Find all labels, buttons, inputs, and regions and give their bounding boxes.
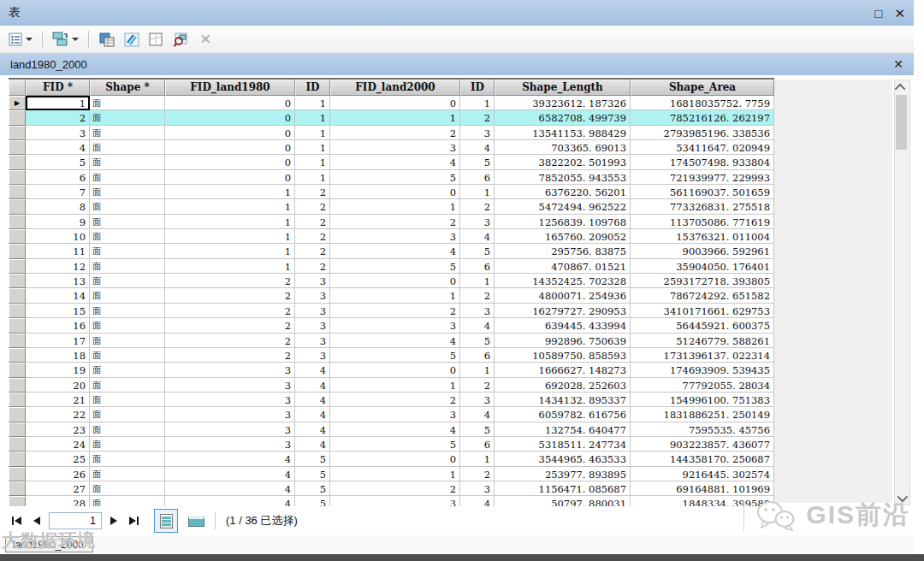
table-cell[interactable]: 14 (26, 288, 90, 303)
table-cell[interactable]: 1 (330, 288, 460, 303)
table-cell[interactable]: 3 (295, 304, 330, 318)
table-cell[interactable]: 295756. 83875 (495, 244, 631, 258)
table-cell[interactable]: 4 (295, 407, 330, 422)
table-cell[interactable]: 1 (295, 96, 330, 110)
first-record-button[interactable] (9, 513, 25, 529)
table-cell[interactable]: 26 (26, 467, 90, 481)
table-cell[interactable]: 9 (26, 215, 90, 229)
table-cell[interactable]: 2593172718. 393805 (631, 274, 774, 288)
row-selector[interactable] (9, 378, 26, 393)
table-cell[interactable]: 785216126. 262197 (631, 110, 774, 125)
table-cell[interactable]: 561169037. 501659 (631, 185, 774, 199)
table-cell[interactable]: 面 (90, 496, 165, 506)
table-cell[interactable]: 10589750. 858593 (495, 348, 631, 363)
row-selector[interactable] (9, 244, 26, 258)
row-selector[interactable] (9, 304, 26, 318)
column-header[interactable]: FID_land1980 (165, 80, 295, 96)
table-cell[interactable]: 0 (330, 452, 460, 466)
row-selector[interactable] (9, 422, 26, 437)
table-cell[interactable]: 6059782. 616756 (495, 407, 631, 422)
column-header[interactable]: Shape * (90, 80, 165, 96)
table-cell[interactable]: 2 (165, 304, 295, 318)
table-cell[interactable]: 面 (90, 96, 165, 110)
table-cell[interactable]: 3 (460, 126, 495, 140)
table-row[interactable]: 12面1256470867. 0152135904050. 176401 (9, 259, 774, 274)
table-cell[interactable]: 39323612. 187326 (495, 96, 631, 110)
table-cell[interactable]: 53411647. 020949 (631, 140, 774, 155)
table-cell[interactable]: 2 (295, 244, 330, 258)
table-cell[interactable]: 1 (330, 110, 460, 125)
table-cell[interactable]: 0 (330, 96, 460, 110)
table-cell[interactable]: 3 (460, 304, 495, 318)
table-cell[interactable]: 4 (165, 481, 295, 496)
table-cell[interactable]: 903223857. 436077 (631, 437, 774, 452)
close-icon[interactable]: ✕ (894, 7, 905, 20)
table-cell[interactable]: 4 (330, 155, 460, 169)
table-cell[interactable]: 3 (330, 318, 460, 333)
table-cell[interactable]: 面 (90, 126, 165, 140)
row-selector[interactable]: ▶ (9, 96, 26, 110)
tab-close-icon[interactable]: ✕ (893, 57, 903, 71)
table-cell[interactable]: 20 (26, 378, 90, 393)
table-row[interactable]: 4面0134703365. 6901353411647. 020949 (9, 140, 774, 155)
table-cell[interactable]: 6 (460, 437, 495, 452)
table-cell[interactable]: 12 (26, 259, 90, 274)
select-by-attributes-button[interactable] (97, 30, 117, 50)
row-selector[interactable] (9, 496, 26, 506)
table-cell[interactable]: 1 (165, 259, 295, 274)
table-cell[interactable]: 1831886251. 250149 (631, 407, 774, 422)
table-cell[interactable]: 4 (295, 422, 330, 437)
table-row[interactable]: 2面01126582708. 499739785216126. 262197 (9, 110, 774, 125)
table-cell[interactable]: 1 (330, 467, 460, 481)
table-cell[interactable]: 773326831. 275518 (631, 199, 774, 214)
table-cell[interactable]: 5 (330, 437, 460, 452)
table-cell[interactable]: 3 (295, 348, 330, 363)
table-cell[interactable]: 1 (295, 126, 330, 140)
row-selector[interactable] (9, 215, 26, 229)
table-cell[interactable]: 面 (90, 422, 165, 437)
table-cell[interactable]: 4 (295, 378, 330, 393)
table-cell[interactable]: 5472494. 962522 (495, 199, 631, 214)
table-row[interactable]: 3面012313541153. 9884292793985196. 338536 (9, 126, 774, 140)
table-cell[interactable]: 11 (26, 244, 90, 258)
table-cell[interactable]: 4 (460, 318, 495, 333)
table-cell[interactable]: 面 (90, 481, 165, 496)
last-record-button[interactable] (126, 513, 142, 529)
table-row[interactable]: 11面1245295756. 838759003966. 592961 (9, 244, 774, 258)
table-cell[interactable]: 5 (330, 170, 460, 185)
table-cell[interactable]: 面 (90, 274, 165, 288)
table-cell[interactable]: 1 (460, 274, 495, 288)
table-cell[interactable]: 面 (90, 110, 165, 125)
row-selector[interactable] (9, 155, 26, 169)
row-selector[interactable] (9, 274, 26, 288)
table-cell[interactable]: 4 (295, 363, 330, 377)
table-cell[interactable]: 4 (330, 334, 460, 348)
row-selector[interactable] (9, 334, 26, 348)
row-selector[interactable] (9, 452, 26, 466)
table-cell[interactable]: 面 (90, 199, 165, 214)
table-cell[interactable]: 992896. 750639 (495, 334, 631, 348)
previous-record-button[interactable] (30, 513, 44, 529)
table-cell[interactable]: 1 (165, 229, 295, 244)
table-cell[interactable]: 5 (295, 496, 330, 506)
table-cell[interactable]: 面 (90, 393, 165, 407)
table-cell[interactable]: 面 (90, 304, 165, 318)
table-cell[interactable]: 面 (90, 378, 165, 393)
table-cell[interactable]: 3 (460, 481, 495, 496)
table-cell[interactable]: 面 (90, 288, 165, 303)
table-row[interactable]: 6面01567852055. 943553721939977. 229993 (9, 170, 774, 185)
table-cell[interactable]: 3 (295, 334, 330, 348)
table-cell[interactable]: 4 (460, 229, 495, 244)
table-cell[interactable]: 面 (90, 334, 165, 348)
table-cell[interactable]: 3 (330, 140, 460, 155)
table-options-button[interactable] (7, 31, 34, 49)
table-cell[interactable]: 0 (165, 126, 295, 140)
table-cell[interactable]: 28 (26, 496, 90, 506)
column-header[interactable]: Shape_Length (495, 80, 631, 96)
table-row[interactable]: 22面34346059782. 6167561831886251. 250149 (9, 407, 774, 422)
table-cell[interactable]: 1434132. 895337 (495, 393, 631, 407)
table-cell[interactable]: 1 (26, 96, 90, 110)
table-cell[interactable]: 7 (26, 185, 90, 199)
row-selector[interactable] (9, 481, 26, 496)
table-cell[interactable]: 721939977. 229993 (631, 170, 774, 185)
